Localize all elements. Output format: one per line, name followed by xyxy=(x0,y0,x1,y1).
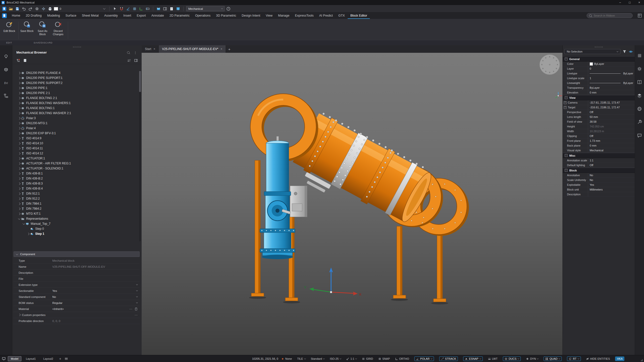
ribbon-tab-modeling[interactable]: Modeling xyxy=(45,13,63,19)
tree-item[interactable]: Polar:4 xyxy=(12,126,139,131)
tree-expander[interactable] xyxy=(17,183,21,185)
property-row-explodable[interactable]: ExplodableYes xyxy=(563,183,635,187)
component-row-value[interactable]: No xyxy=(51,295,136,298)
component-row-preferable-direction[interactable]: Preferable direction0, 0, 0 xyxy=(14,318,140,324)
selection-filter-dropdown[interactable]: No Selection xyxy=(565,49,620,54)
dropdown-chevron-icon[interactable] xyxy=(431,357,432,359)
property-value[interactable]: 0 mm xyxy=(588,143,635,148)
open-icon[interactable] xyxy=(8,6,14,12)
dropdown-chevron-icon[interactable] xyxy=(517,357,519,359)
property-row-linetype-scale[interactable]: Linetype scale1 xyxy=(563,76,635,81)
tree-item[interactable]: DIN 7984:2 xyxy=(12,206,139,211)
gear-icon[interactable] xyxy=(34,6,40,12)
current-layer-indicator[interactable]: 0 xyxy=(60,7,61,10)
properties-section-general[interactable]: –General xyxy=(563,56,635,62)
dropdown-chevron-icon[interactable] xyxy=(537,357,539,359)
properties-section-misc[interactable]: –Misc xyxy=(563,153,635,158)
property-value[interactable]: 1 xyxy=(588,76,635,80)
property-value[interactable]: Off xyxy=(588,134,635,138)
fx-panel-icon[interactable]: f(x) xyxy=(3,80,9,85)
add-layout-button[interactable]: + xyxy=(58,357,62,361)
tree-expander[interactable] xyxy=(17,153,21,154)
cursor-icon[interactable] xyxy=(112,6,118,12)
component-section-header[interactable]: Component xyxy=(14,251,140,257)
tree-expander[interactable] xyxy=(17,92,21,94)
save-as-block-button[interactable]: Save As Block xyxy=(35,21,50,36)
layout-tab-layout1[interactable]: Layout1 xyxy=(23,356,39,361)
browser-menu-icon[interactable]: ⋮ xyxy=(133,50,138,55)
document-tab[interactable]: V25-PIPELINE-SHUT-OFF-MODULE-EV*× xyxy=(159,45,226,53)
panels-toggle-icon[interactable] xyxy=(637,13,642,18)
ribbon-tab-operations[interactable]: Operations xyxy=(192,13,213,19)
document-tab[interactable]: Start× xyxy=(142,45,159,53)
tree-item[interactable]: DIN 912:2 xyxy=(12,196,139,201)
undo-icon[interactable] xyxy=(21,6,27,12)
tree-item[interactable]: ACTUATOR - AIR FILTER REG:1 xyxy=(12,161,139,166)
tree-expander[interactable] xyxy=(17,72,21,74)
tree-item[interactable]: DIN 7984:1 xyxy=(12,201,139,206)
property-value[interactable]: 1.73 mm xyxy=(588,139,635,143)
properties-section-block[interactable]: –Block xyxy=(563,168,635,173)
ribbon-tab-ai-predict[interactable]: AI Predict xyxy=(316,13,336,19)
expander-icon[interactable] xyxy=(18,314,21,316)
tree-item[interactable]: DIN 439-B:1 xyxy=(12,171,139,176)
magnet-icon[interactable] xyxy=(119,6,124,12)
property-row-linetype[interactable]: LinetypeByLayer xyxy=(563,71,635,76)
ribbon-tab-sheet-metal[interactable]: Sheet Metal xyxy=(79,13,101,19)
property-value[interactable]: -317.61, 2185.11, 173.47 xyxy=(588,100,635,105)
status-toggle-ortho[interactable]: ORTHO xyxy=(395,357,409,360)
navigation-compass[interactable] xyxy=(540,55,560,75)
component-row-value[interactable]: V25-PIPELINE-SHUT-OFF-MODULE-EV xyxy=(51,265,138,268)
ribbon-tab-2d-parametric[interactable]: 2D Parametric xyxy=(167,13,192,19)
property-value[interactable]: 0 mm xyxy=(588,90,635,95)
maximize-button[interactable]: □ xyxy=(625,0,634,5)
property-value[interactable]: 742.053 cm xyxy=(588,124,635,129)
property-value[interactable]: 1:1 xyxy=(588,158,635,163)
tree-expander[interactable] xyxy=(17,82,21,84)
ribbon-tab-export[interactable]: Export xyxy=(134,13,149,19)
ribbon-tab-2d-drafting[interactable]: 2D Drafting xyxy=(23,13,44,19)
status-toggle-rt[interactable]: RT xyxy=(567,356,581,361)
edit-block-button[interactable]: Edit Block xyxy=(2,21,17,33)
tree-expander[interactable] xyxy=(17,107,21,109)
property-row-color[interactable]: ColorByLayer xyxy=(563,62,635,66)
status-toggle-tile[interactable]: TILE xyxy=(297,357,305,360)
component-row-type[interactable]: TypeMechanical block xyxy=(14,258,140,264)
property-row-target[interactable]: +Target-316.61, 2186.11, 172.47 xyxy=(563,105,635,110)
component-row-value[interactable]: Yes xyxy=(51,289,136,292)
ribbon-tab-view[interactable]: View xyxy=(263,13,275,19)
tree-expander[interactable] xyxy=(17,168,21,169)
property-row-camera[interactable]: +Camera-317.61, 2185.11, 173.47 xyxy=(563,100,635,105)
tree-scrollbar[interactable] xyxy=(139,70,141,241)
note-icon[interactable] xyxy=(169,6,174,12)
tree-item[interactable]: DN1200 PIPE SUPPORT:2 xyxy=(12,80,139,85)
expand-icon[interactable]: + xyxy=(564,106,567,109)
print-icon[interactable] xyxy=(47,6,53,12)
tree-item[interactable]: DIN 439-B:2 xyxy=(12,176,139,181)
status-toggle-grid[interactable]: GRID xyxy=(362,357,373,360)
property-value[interactable]: Mechanical xyxy=(588,148,635,153)
property-value[interactable]: No xyxy=(588,178,635,182)
status-toggle-hka[interactable]: HKA xyxy=(615,356,624,361)
property-row-lens-length[interactable]: Lens length50 mm xyxy=(563,115,635,119)
component-row-value[interactable]: 0, 0, 0 xyxy=(51,320,138,323)
tree-item[interactable]: FLANGE BOLTING WASHER 2:1 xyxy=(12,111,139,116)
tree-item[interactable]: DN1200 PIPE:1 xyxy=(12,85,139,90)
ribbon-tab-annotate[interactable]: Annotate xyxy=(149,13,167,19)
tree-expander[interactable] xyxy=(22,223,26,225)
status-toggle-ducs[interactable]: DUCS xyxy=(503,356,521,361)
qat-overflow-chevron-icon[interactable] xyxy=(101,6,107,12)
tree-item[interactable]: ISO 4014:11 xyxy=(12,146,139,151)
component-row-description[interactable]: Description xyxy=(14,270,140,276)
tree-expander[interactable] xyxy=(17,87,21,89)
tools-panel-icon[interactable] xyxy=(637,119,642,125)
grid-icon[interactable] xyxy=(132,6,137,12)
tree-item[interactable]: Representations xyxy=(12,216,139,221)
dropdown-chevron-icon[interactable] xyxy=(136,296,138,297)
dropdown-chevron-icon[interactable] xyxy=(340,357,341,359)
expand-icon[interactable]: + xyxy=(564,101,567,104)
tree-expander[interactable] xyxy=(26,233,30,235)
component-row-material[interactable]: Material<Inherit>··· xyxy=(14,306,140,312)
component-row-name[interactable]: NameV25-PIPELINE-SHUT-OFF-MODULE-EV xyxy=(14,264,140,270)
status-toggle-iso-25[interactable]: ISO-25 xyxy=(330,357,341,360)
